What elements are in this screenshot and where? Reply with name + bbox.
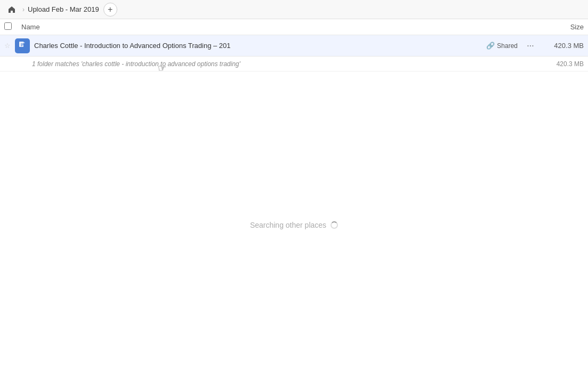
match-description: 1 folder matches 'charles cottle - intro… — [32, 60, 541, 68]
star-icon[interactable]: ☆ — [4, 42, 15, 50]
shared-label: Shared — [497, 42, 518, 50]
loading-spinner — [331, 221, 338, 229]
home-button[interactable] — [4, 2, 19, 17]
link-icon: 🔗 — [486, 42, 495, 50]
match-size: 420.3 MB — [541, 60, 584, 68]
name-column-header: Name — [21, 23, 541, 31]
searching-label: Searching other places — [250, 221, 326, 229]
top-bar: › Upload Feb - Mar 2019 + — [0, 0, 588, 19]
shared-badge: 🔗 Shared — [486, 42, 518, 50]
breadcrumb-title: Upload Feb - Mar 2019 — [28, 5, 99, 13]
file-icon — [15, 38, 30, 53]
breadcrumb-separator: › — [22, 6, 25, 13]
file-type-icon — [19, 41, 26, 50]
searching-area: Searching other places — [0, 221, 588, 229]
more-options-button[interactable]: ··· — [524, 39, 537, 52]
column-header: Name Size — [0, 19, 588, 35]
file-size: 420.3 MB — [541, 42, 584, 50]
add-tab-button[interactable]: + — [103, 3, 117, 17]
size-column-header: Size — [541, 23, 584, 31]
file-row[interactable]: ☆ Charles Cottle - Introduction to Advan… — [0, 35, 588, 57]
file-name: Charles Cottle - Introduction to Advance… — [34, 42, 486, 50]
match-row: 1 folder matches 'charles cottle - intro… — [0, 57, 588, 71]
select-all-checkbox[interactable] — [4, 22, 17, 31]
